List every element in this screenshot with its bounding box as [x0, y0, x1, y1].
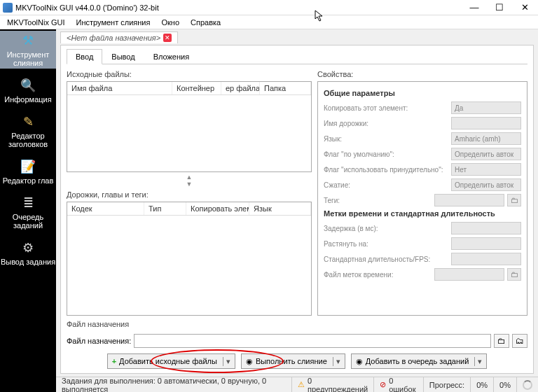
group-general: Общие параметры: [324, 89, 521, 97]
prop-delay[interactable]: [451, 222, 521, 234]
sidebar-item-job-output[interactable]: ⚙ Вывод задания: [0, 238, 56, 267]
prop-default-flag[interactable]: Определить авток: [451, 148, 521, 160]
wrench-icon: ⚒: [18, 32, 38, 49]
tab-input[interactable]: Ввод: [67, 49, 102, 64]
browse-tags-icon[interactable]: 🗀: [507, 194, 521, 206]
status-p1: 0%: [471, 377, 494, 392]
tab-output[interactable]: Вывод: [102, 49, 144, 64]
browse-dest-button[interactable]: 🗀: [494, 334, 509, 348]
chevron-down-icon[interactable]: ▾: [333, 357, 340, 366]
file-tab[interactable]: <Нет файла назначения> ✕: [60, 31, 178, 43]
gear-icon: ⚙: [18, 239, 38, 256]
menu-merge[interactable]: Инструмент слияния: [72, 17, 155, 28]
browse-tcfile-icon[interactable]: 🗀: [507, 268, 521, 281]
app-icon: [3, 3, 13, 13]
prop-compression[interactable]: Определить авток: [451, 178, 521, 191]
prop-language[interactable]: Amharic (amh): [451, 132, 521, 145]
prop-tags[interactable]: [434, 194, 504, 206]
status-progress: Прогресс:: [424, 377, 471, 392]
pencil-icon: ✎: [18, 113, 38, 130]
prop-fps[interactable]: [451, 253, 521, 265]
status-bar: Задания для выполнения: 0 автоматически,…: [56, 377, 538, 392]
list-icon: ≣: [18, 195, 38, 211]
run-merge-button[interactable]: ◉Выполнить слияние▾: [241, 354, 345, 369]
tracks-list[interactable]: Кодек Тип Копировать элем Язык: [67, 202, 312, 316]
add-to-queue-button[interactable]: ◉Добавить в очередь заданий▾: [351, 354, 488, 369]
sidebar: ⚒ Инструмент слияния 🔍 Информация ✎ Реда…: [0, 29, 56, 392]
prop-forced-flag[interactable]: Нет: [451, 163, 521, 176]
status-warnings: ⚠0 предупреждений: [292, 377, 374, 392]
close-tab-icon[interactable]: ✕: [163, 34, 172, 42]
menu-mkvtoolnix[interactable]: MKVToolNix GUI: [3, 17, 69, 28]
sidebar-item-info[interactable]: 🔍 Информация: [0, 76, 56, 105]
notepad-icon: 📝: [18, 158, 38, 175]
sidebar-item-header-editor[interactable]: ✎ Редактор заголовков: [0, 112, 56, 150]
status-errors: ⊘0 ошибок: [374, 377, 424, 392]
close-button[interactable]: ✕: [518, 3, 531, 12]
chevron-down-icon[interactable]: ▾: [223, 357, 230, 366]
properties-label: Свойства:: [317, 70, 527, 78]
dest-section: Файл назначения: [67, 320, 527, 328]
source-files-label: Исходные файлы:: [67, 70, 312, 78]
source-files-list[interactable]: Имя файла Контейнер ер файла Папка: [67, 81, 312, 172]
prop-trackname[interactable]: [451, 117, 521, 130]
dest-label: Файл назначения:: [67, 337, 131, 345]
sidebar-item-job-queue[interactable]: ≣ Очередь заданий: [0, 193, 56, 231]
properties-panel: Общие параметры Копировать этот элемент:…: [317, 81, 527, 316]
tab-attachments[interactable]: Вложения: [144, 49, 199, 64]
maximize-button[interactable]: ☐: [493, 3, 506, 12]
add-source-button[interactable]: +Добавить исходные файлы▾: [107, 354, 235, 369]
window-title: MKVToolNix GUI v44.0.0 ('Domino') 32-bit: [15, 4, 468, 12]
menu-bar: MKVToolNix GUI Инструмент слияния Окно С…: [0, 15, 538, 29]
recent-dest-button[interactable]: 🗂: [512, 334, 527, 348]
menu-window[interactable]: Окно: [157, 17, 184, 28]
prop-stretch[interactable]: [451, 237, 521, 250]
sidebar-item-chapter-editor[interactable]: 📝 Редактор глав: [0, 157, 56, 186]
status-p2: 0%: [494, 377, 517, 392]
menu-help[interactable]: Справка: [186, 17, 225, 28]
tracks-label: Дорожки, главы и теги:: [67, 190, 312, 199]
prop-copy[interactable]: Да: [451, 102, 521, 114]
sidebar-item-merge[interactable]: ⚒ Инструмент слияния: [0, 31, 56, 69]
spinner-icon: [523, 380, 532, 390]
magnifier-icon: 🔍: [18, 77, 38, 94]
minimize-button[interactable]: —: [468, 3, 481, 12]
chevron-down-icon[interactable]: ▾: [474, 357, 482, 366]
prop-tcfile[interactable]: [434, 268, 504, 281]
group-timestamps: Метки времени и стандартная длительность: [324, 209, 521, 218]
splitter[interactable]: ▲▼: [67, 172, 312, 189]
dest-input[interactable]: [134, 334, 491, 348]
status-jobs: Задания для выполнения: 0 автоматически,…: [56, 377, 292, 392]
